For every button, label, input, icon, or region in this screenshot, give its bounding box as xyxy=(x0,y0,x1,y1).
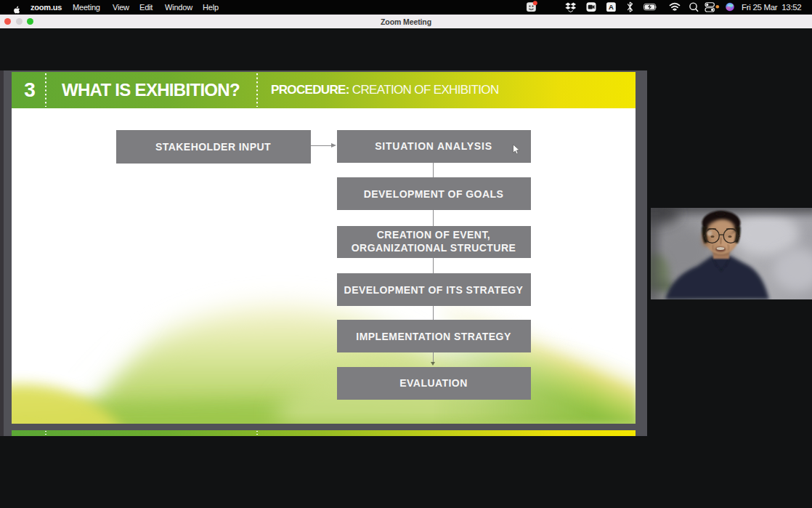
svg-text:A: A xyxy=(609,3,614,11)
